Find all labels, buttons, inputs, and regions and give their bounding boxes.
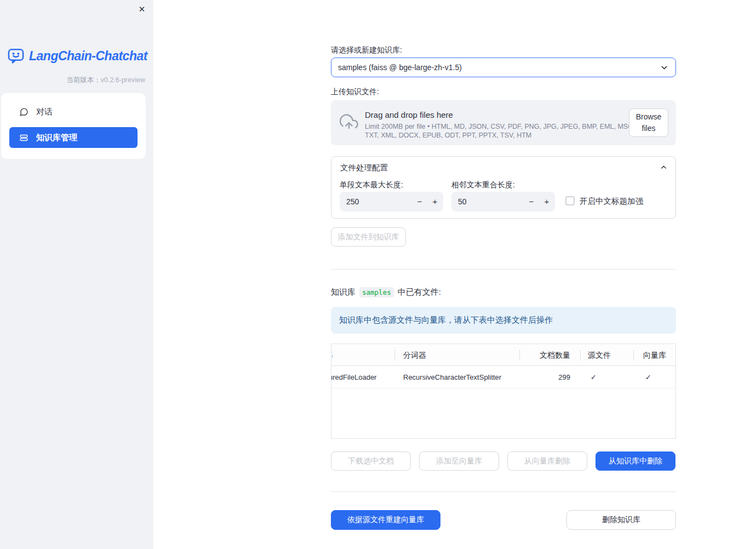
chunk-overlap-input[interactable]: 50 − + (451, 192, 555, 211)
kb-files-prefix: 知识库 (331, 287, 356, 298)
download-selected-docs-button[interactable]: 下载选中文档 (331, 451, 411, 471)
chunk-size-input[interactable]: 250 − + (340, 192, 443, 211)
col-loader-header-clipped: 器 (332, 344, 336, 366)
delete-kb-button[interactable]: 删除知识库 (566, 510, 676, 530)
divider (331, 269, 676, 270)
decrement-icon[interactable]: − (525, 192, 537, 211)
kb-existing-files-line: 知识库 samples 中已有文件: (331, 287, 441, 298)
app-canvas: ✕ LangChain-Chatchat 当前版本：v0.2.6-preview (0, 0, 756, 549)
sidebar-item-dialogue[interactable]: 对话 (9, 101, 138, 122)
file-dropzone[interactable]: Drag and drop files here Limit 200MB per… (331, 100, 676, 145)
kb-selected-value: samples (faiss @ bge-large-zh-v1.5) (331, 63, 660, 72)
browse-files-button[interactable]: Browse files (629, 108, 668, 137)
col-source-file-header: 源文件 (588, 344, 611, 366)
add-files-to-kb-button[interactable]: 添加文件到知识库 (331, 227, 406, 247)
dropzone-title: Drag and drop files here (365, 110, 453, 119)
sidebar-item-knowledge-base[interactable]: 知识库管理 (9, 127, 138, 148)
version-info: 当前版本：v0.2.6-preview (66, 76, 145, 85)
chevron-down-icon (660, 63, 669, 72)
browse-files-line2: files (642, 123, 656, 134)
cell-loader-clipped: uredFileLoader (331, 366, 380, 388)
version-value: v0.2.6-preview (101, 76, 145, 84)
sidebar: ✕ LangChain-Chatchat 当前版本：v0.2.6-preview (0, 0, 153, 549)
kb-files-table[interactable]: 器 分词器 文档数量 源文件 向量库 uredFileLoader Recurs… (331, 344, 676, 439)
logo-text: LangChain-Chatchat (29, 49, 147, 64)
cell-vector-check-icon: ✓ (645, 366, 651, 388)
table-row[interactable]: uredFileLoader RecursiveCharacterTextSpl… (331, 366, 675, 388)
sidebar-menu-card: 对话 知识库管理 (1, 93, 146, 159)
chunk-size-value: 250 (346, 192, 359, 211)
column-separator[interactable] (394, 350, 395, 361)
file-config-expander: 文件处理配置 单段文本最大长度: 相邻文本重合长度: 250 − + 50 − … (331, 156, 676, 219)
cell-doc-count: 299 (558, 366, 570, 388)
chunk-overlap-value: 50 (458, 192, 467, 211)
sidebar-close-icon[interactable]: ✕ (136, 4, 147, 15)
delete-from-kb-button[interactable]: 从知识库中删除 (595, 451, 675, 471)
add-to-vector-store-button[interactable]: 添加至向量库 (419, 451, 499, 471)
col-doc-count-header: 文档数量 (540, 344, 570, 366)
cell-splitter: RecursiveCharacterTextSplitter (403, 366, 501, 388)
sidebar-item-label: 对话 (36, 107, 53, 117)
expander-title[interactable]: 文件处理配置 (340, 163, 388, 173)
cell-source-check-icon: ✓ (591, 366, 597, 388)
browse-files-line1: Browse (636, 111, 662, 123)
divider (331, 491, 676, 492)
app-logo: LangChain-Chatchat (7, 47, 147, 65)
dropzone-limit-line1: Limit 200MB per file • HTML, MD, JSON, C… (365, 123, 668, 130)
sidebar-item-label: 知识库管理 (36, 133, 77, 143)
chunk-overlap-label: 相邻文本重合长度: (451, 180, 515, 190)
chevron-up-icon[interactable] (660, 163, 668, 171)
kb-files-suffix: 中已有文件: (398, 287, 441, 298)
col-vector-store-header: 向量库 (643, 344, 666, 366)
cloud-upload-icon (340, 113, 358, 132)
column-separator[interactable] (633, 350, 634, 361)
logo-chat-smiley-icon (7, 47, 25, 65)
version-label: 当前版本： (66, 76, 101, 84)
zh-title-enhance-label: 开启中文标题加强 (580, 196, 643, 207)
kb-select-label: 请选择或新建知识库: (331, 45, 402, 55)
rebuild-vector-store-button[interactable]: 依据源文件重建向量库 (331, 510, 440, 530)
kb-select-dropdown[interactable]: samples (faiss @ bge-large-zh-v1.5) (331, 58, 676, 77)
increment-icon[interactable]: + (541, 192, 553, 211)
decrement-icon[interactable]: − (414, 192, 426, 211)
table-header-row: 器 分词器 文档数量 源文件 向量库 (331, 344, 675, 366)
delete-from-vector-store-button[interactable]: 从向量库删除 (507, 451, 587, 471)
chat-bubble-icon (19, 107, 28, 117)
upload-label: 上传知识文件: (331, 87, 379, 97)
dropzone-limit-line2: TXT, XML, DOCX, EPUB, ODT, PPT, PPTX, TS… (365, 131, 531, 139)
chunk-size-label: 单段文本最大长度: (340, 180, 403, 190)
column-separator[interactable] (580, 350, 581, 361)
column-separator[interactable] (519, 350, 520, 361)
kb-name-code: samples (359, 287, 394, 298)
info-banner: 知识库中包含源文件与向量库，请从下表中选择文件后操作 (331, 307, 676, 334)
zh-title-enhance-checkbox[interactable] (565, 196, 575, 205)
col-splitter-header: 分词器 (403, 344, 426, 366)
increment-icon[interactable]: + (429, 192, 441, 211)
stacked-list-icon (19, 133, 28, 142)
info-banner-text: 知识库中包含源文件与向量库，请从下表中选择文件后操作 (339, 315, 553, 325)
